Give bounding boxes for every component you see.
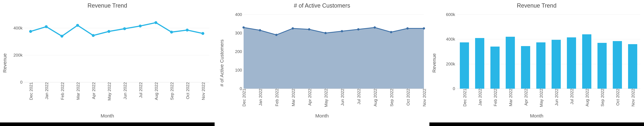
x-tick-label: Oct 2022 [184,82,190,99]
data-point [423,27,425,30]
data-point [390,31,392,33]
x-tick-label: Nov 2022 [200,82,206,100]
x-tick-label: May 2022 [323,88,328,107]
data-point [92,34,95,37]
x-tick-label: May 2022 [538,88,544,107]
x-tick-label: Aug 2022 [153,82,159,100]
bar [490,46,500,88]
x-tick-label: Apr 2022 [522,88,528,106]
data-point [275,34,278,36]
y-tick-label: 100 [235,68,244,73]
chart-title: Revenue Trend [0,0,214,9]
gridline [457,14,640,15]
y-tick-label: 200k [14,53,24,58]
data-point [292,27,294,30]
x-tick-label: Apr 2022 [90,82,96,99]
bottom-strip [0,122,214,126]
bottom-strip [430,122,644,126]
x-tick-label: Aug 2022 [584,88,590,106]
data-point [123,27,126,30]
plot-area: 0200k400k600kDec 2021Jan 2022Feb 2022Mar… [457,14,640,88]
chart-title: # of Active Customers [214,0,429,9]
x-tick-label: Mar 2022 [507,88,513,106]
x-tick-label: Feb 2022 [492,88,498,106]
x-tick-label: Jun 2022 [122,82,128,100]
y-tick-label: 0 [453,86,456,91]
x-tick-label: Jul 2022 [356,88,362,104]
y-axis-label: # of Active Customers [219,40,225,86]
y-tick-label: 300 [235,30,244,36]
data-point [202,32,204,35]
chart-revenue-line: Revenue Trend Revenue 0200k400kDec 2021J… [0,0,214,126]
data-point [308,28,310,30]
x-tick-label: Jul 2022 [137,82,143,98]
x-tick-label: Dec 2021 [241,88,247,106]
x-tick-label: Oct 2022 [404,88,410,106]
chart-active-customers: # of Active Customers # of Active Custom… [214,0,429,126]
y-axis-label: Revenue [2,53,8,73]
x-tick-label: Feb 2022 [59,82,65,100]
data-point [76,24,79,27]
y-tick-label: 0 [20,80,24,85]
bar [475,38,484,88]
data-point [374,26,376,29]
bar [552,40,561,88]
x-tick-label: Dec 2021 [462,88,468,106]
bar [536,42,546,89]
x-tick-label: Dec 2021 [28,82,34,100]
x-tick-label: Sep 2022 [388,88,394,106]
data-point [108,30,110,33]
x-tick-label: Nov 2022 [421,88,427,106]
bar [460,42,469,89]
y-axis-label: Revenue [432,53,437,73]
x-tick-label: May 2022 [106,82,112,100]
chart-title: Revenue Trend [430,0,644,9]
x-tick-label: Feb 2022 [274,88,279,106]
x-tick-label: Sep 2022 [599,88,605,106]
data-point [242,26,245,29]
x-tick-label: Jan 2022 [257,88,263,106]
data-point [60,35,64,38]
x-tick-label: Jan 2022 [43,82,49,100]
data-point [357,28,360,30]
y-tick-label: 200k [446,62,456,66]
x-tick-label: Sep 2022 [168,82,174,100]
y-tick-label: 400k [446,37,456,42]
bar [567,38,576,88]
plot-area: 0100200300400Dec 2021Jan 2022Feb 2022Mar… [244,14,424,88]
x-tick-label: Oct 2022 [614,88,620,106]
bar [521,46,530,89]
area-fill [244,28,424,89]
y-tick-label: 400 [235,12,244,17]
x-axis-label: Month [430,113,644,118]
data-point [324,32,327,34]
data-point [341,30,343,32]
bar [582,34,591,88]
x-tick-label: Mar 2022 [290,88,296,106]
x-tick-label: Jun 2022 [553,88,559,106]
bar [628,44,637,88]
series-line [30,22,203,36]
x-tick-label: Jun 2022 [339,88,345,106]
y-tick-label: 400k [14,26,24,30]
data-point [186,29,189,32]
chart-revenue-bar: Revenue Trend Revenue 0200k400k600kDec 2… [430,0,644,126]
x-axis-label: Month [0,113,214,118]
x-tick-label: Jul 2022 [568,88,574,104]
data-point [139,24,142,28]
data-point [154,21,157,24]
data-point [45,25,48,28]
bar [506,37,515,88]
y-tick-label: 600k [446,12,456,17]
bar [598,43,607,88]
x-tick-label: Apr 2022 [306,88,312,106]
data-point [259,29,261,32]
plot-area: 0200k400kDec 2021Jan 2022Feb 2022Mar 202… [24,14,209,82]
data-point [170,30,173,34]
data-point [406,27,409,30]
bar [613,41,622,88]
x-axis-label: Month [214,113,429,118]
x-tick-label: Mar 2022 [74,82,80,100]
y-tick-label: 200 [235,49,244,54]
x-tick-label: Nov 2022 [630,88,636,106]
